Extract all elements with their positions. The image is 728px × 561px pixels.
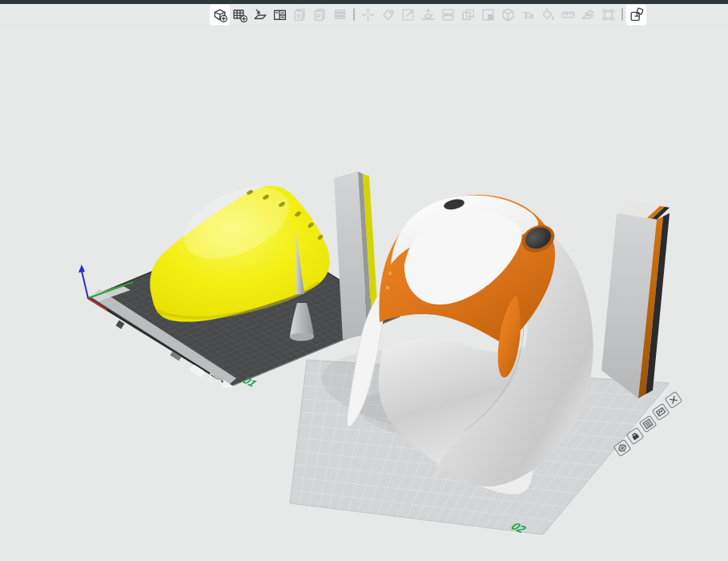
helmet-rivet-2 (386, 286, 389, 289)
svg-text:0: 0 (297, 11, 301, 19)
mesh-boolean-button[interactable] (498, 5, 518, 25)
toolbar-divider-1 (353, 8, 355, 21)
split-layout-icon (272, 7, 288, 22)
split-to-parts-icon (461, 7, 476, 22)
auto-arrange-icon (252, 7, 267, 22)
add-model-button[interactable] (210, 5, 230, 25)
transform-frame-button[interactable] (598, 5, 618, 25)
svg-text:Ta: Ta (523, 10, 534, 21)
add-plate-icon (232, 7, 247, 22)
application-window: 01 (0, 0, 728, 561)
add-text-icon: Ta (521, 7, 536, 22)
auto-arrange-button[interactable] (250, 5, 270, 25)
rotate-button[interactable] (378, 5, 398, 25)
color-paint-button[interactable] (538, 5, 558, 25)
scale-button[interactable] (398, 5, 418, 25)
split-to-objects-icon (440, 7, 456, 22)
move-icon (360, 7, 376, 22)
measure-button[interactable] (558, 5, 578, 25)
fill-part-button[interactable] (478, 5, 498, 25)
axis-z-arrowhead (78, 264, 85, 272)
viewport-canvas[interactable]: 01 (0, 0, 728, 561)
pages-p-button[interactable]: P (310, 5, 330, 25)
spike-base-foot (290, 333, 314, 341)
transform-frame-icon (601, 7, 616, 22)
model-prime-tower-orange-black[interactable] (601, 200, 670, 398)
toolbar-divider-2 (621, 8, 623, 21)
mesh-boolean-icon (501, 7, 516, 22)
main-toolbar: 0 P (0, 4, 728, 26)
layers-list-button[interactable] (330, 5, 350, 25)
measure-icon (561, 7, 576, 22)
lay-on-face-icon (420, 7, 436, 22)
layers-list-icon (332, 7, 348, 22)
lay-on-face-button[interactable] (418, 5, 438, 25)
pages-zero-icon: 0 (292, 7, 308, 22)
move-button[interactable] (358, 5, 378, 25)
cut-plates-icon (581, 7, 596, 22)
svg-text:P: P (316, 11, 321, 19)
plate-delete-button[interactable] (665, 391, 682, 408)
fill-part-icon (481, 7, 496, 22)
plate-arrange-button[interactable] (652, 403, 670, 420)
plate-01-edge-qr-mark (115, 320, 124, 329)
helmet-rivet-1 (388, 272, 392, 275)
color-paint-icon (541, 7, 556, 22)
cut-plates-button[interactable] (578, 5, 598, 25)
add-plate-button[interactable] (230, 5, 250, 25)
axis-z-blue (82, 271, 88, 298)
add-text-button[interactable]: Ta (518, 5, 538, 25)
add-model-icon (212, 7, 227, 22)
assembly-icon (629, 7, 644, 22)
assembly-button[interactable] (626, 5, 646, 25)
split-layout-button[interactable] (270, 5, 290, 25)
plate-settings-button[interactable] (639, 415, 657, 432)
scale-icon (400, 7, 416, 22)
rotate-icon (380, 7, 396, 22)
pages-p-icon: P (312, 7, 328, 22)
split-to-objects-button[interactable] (438, 5, 458, 25)
split-to-parts-button[interactable] (458, 5, 478, 25)
pages-zero-button[interactable]: 0 (290, 5, 310, 25)
